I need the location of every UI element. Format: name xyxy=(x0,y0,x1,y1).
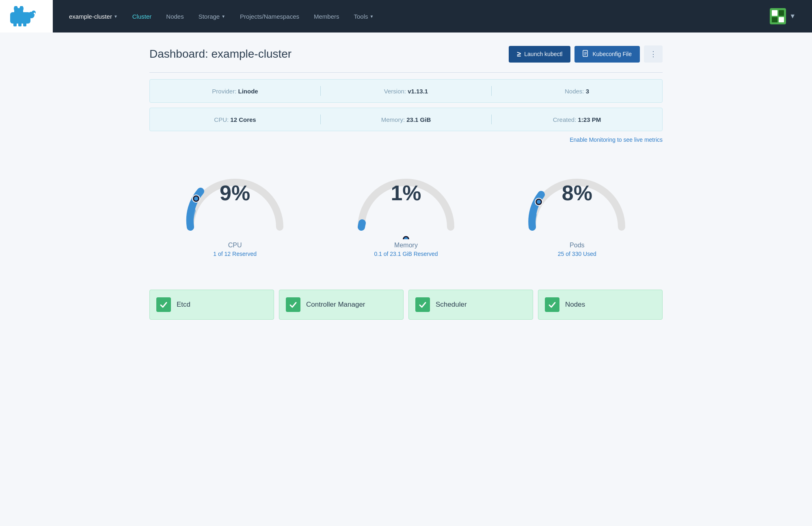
etcd-checkmark xyxy=(159,300,168,309)
version-cell: Version: v1.13.1 xyxy=(321,88,491,95)
page-header: Dashboard: example-cluster ≥ Launch kube… xyxy=(149,45,663,63)
more-options-button[interactable]: ⋮ xyxy=(644,45,663,63)
svg-point-6 xyxy=(34,13,35,14)
kubeconfig-button[interactable]: Kubeconfig File xyxy=(574,46,640,63)
nav-item-members[interactable]: Members xyxy=(307,10,346,23)
tools-arrow: ▼ xyxy=(370,14,374,19)
cpu-gauge-text: 9% xyxy=(220,182,250,203)
scheduler-checkmark xyxy=(418,300,427,309)
controller-manager-check-icon xyxy=(286,297,300,312)
pods-gauge: 8% Pods 25 of 330 Used xyxy=(516,158,638,257)
cluster-selector-arrow: ▼ xyxy=(114,14,118,19)
controller-manager-checkmark xyxy=(289,300,298,309)
scheduler-check-icon xyxy=(415,297,430,312)
nodes-status-label: Nodes xyxy=(565,301,585,309)
nav-item-storage[interactable]: Storage ▼ xyxy=(192,10,232,23)
status-controller-manager: Controller Manager xyxy=(279,290,404,320)
nodes-check-icon xyxy=(545,297,559,312)
nodes-cell: Nodes: 3 xyxy=(492,88,662,95)
brand-logo xyxy=(10,6,43,26)
svg-point-15 xyxy=(194,197,198,201)
memory-label: Memory xyxy=(394,242,418,249)
cluster-info-row1: Provider: Linode Version: v1.13.1 Nodes:… xyxy=(149,79,663,103)
launch-kubectl-button[interactable]: ≥ Launch kubectl xyxy=(509,46,570,63)
gauges-row: 9% CPU 1 of 12 Reserved 1% Memory 0.1 of… xyxy=(149,150,663,273)
status-row: Etcd Controller Manager Scheduler xyxy=(149,290,663,320)
user-avatar[interactable] xyxy=(770,8,786,24)
cpu-label: CPU xyxy=(228,242,242,249)
cpu-cell: CPU: 12 Cores xyxy=(150,116,320,123)
logo-container xyxy=(0,0,53,32)
more-options-icon: ⋮ xyxy=(650,50,657,58)
pods-label: Pods xyxy=(570,242,584,249)
navbar: example-cluster ▼ Cluster Nodes Storage … xyxy=(0,0,812,32)
svg-rect-8 xyxy=(18,22,22,26)
created-cell: Created: 1:23 PM xyxy=(492,116,662,123)
avatar-cell-1 xyxy=(772,10,777,16)
memory-cell: Memory: 23.1 GiB xyxy=(321,116,491,123)
cpu-percent: 9% xyxy=(220,182,250,203)
controller-manager-label: Controller Manager xyxy=(306,301,365,309)
nav-item-tools[interactable]: Tools ▼ xyxy=(348,10,380,23)
provider-cell: Provider: Linode xyxy=(150,88,320,95)
pods-percent: 8% xyxy=(562,182,592,203)
avatar-cell-3 xyxy=(772,17,777,23)
terminal-icon: ≥ xyxy=(517,50,521,58)
etcd-label: Etcd xyxy=(177,301,190,309)
cpu-sub: 1 of 12 Reserved xyxy=(213,251,257,257)
nodes-checkmark xyxy=(548,300,557,309)
memory-gauge-text: 1% xyxy=(391,182,421,203)
file-icon xyxy=(583,50,589,58)
enable-monitoring-link[interactable]: Enable Monitoring to see live metrics xyxy=(570,136,663,143)
navbar-items: example-cluster ▼ Cluster Nodes Storage … xyxy=(53,8,812,24)
cluster-selector-label: example-cluster xyxy=(69,13,112,20)
status-scheduler: Scheduler xyxy=(408,290,533,320)
nav-item-projects[interactable]: Projects/Namespaces xyxy=(233,10,306,23)
main-content: Dashboard: example-cluster ≥ Launch kube… xyxy=(130,32,682,333)
header-divider xyxy=(149,72,663,73)
svg-point-19 xyxy=(537,200,541,204)
nav-item-nodes[interactable]: Nodes xyxy=(160,10,190,23)
cpu-gauge: 9% CPU 1 of 12 Reserved xyxy=(174,158,296,257)
memory-gauge: 1% Memory 0.1 of 23.1 GiB Reserved xyxy=(345,158,467,257)
scheduler-label: Scheduler xyxy=(436,301,467,309)
monitoring-link-container: Enable Monitoring to see live metrics xyxy=(149,136,663,143)
cluster-selector[interactable]: example-cluster ▼ xyxy=(63,10,124,23)
svg-rect-7 xyxy=(13,22,17,26)
user-menu-arrow[interactable]: ▼ xyxy=(789,13,796,20)
etcd-check-icon xyxy=(156,297,171,312)
status-nodes: Nodes xyxy=(538,290,663,320)
avatar-cell-2 xyxy=(779,10,784,16)
cluster-info-row2: CPU: 12 Cores Memory: 23.1 GiB Created: … xyxy=(149,108,663,131)
memory-sub: 0.1 of 23.1 GiB Reserved xyxy=(374,251,438,257)
svg-point-3 xyxy=(32,11,36,15)
nav-right: ▼ xyxy=(770,8,802,24)
storage-arrow: ▼ xyxy=(221,14,225,19)
page-title: Dashboard: example-cluster xyxy=(149,48,292,61)
pods-sub: 25 of 330 Used xyxy=(558,251,596,257)
avatar-cell-4 xyxy=(779,17,784,23)
svg-rect-9 xyxy=(23,22,26,26)
header-actions: ≥ Launch kubectl Kubeconfig File ⋮ xyxy=(509,45,663,63)
status-etcd: Etcd xyxy=(149,290,274,320)
pods-gauge-text: 8% xyxy=(562,182,592,203)
nav-item-cluster[interactable]: Cluster xyxy=(126,10,158,23)
memory-percent: 1% xyxy=(391,182,421,203)
